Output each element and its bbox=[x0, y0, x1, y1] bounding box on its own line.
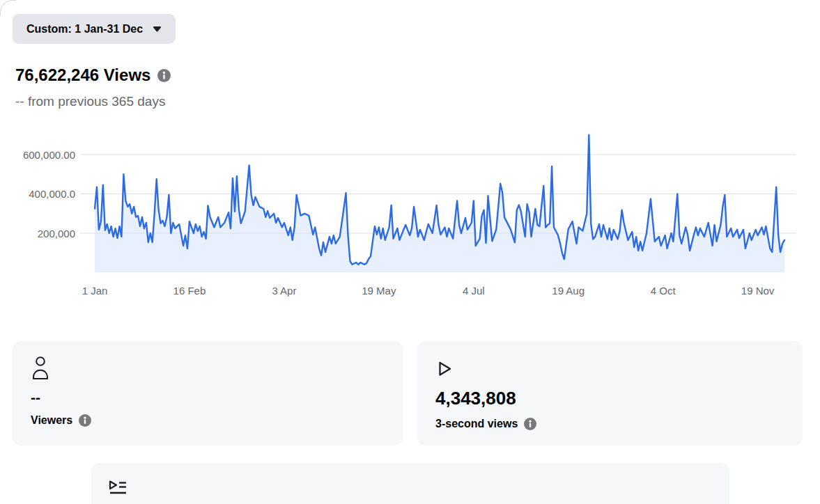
person-icon bbox=[31, 356, 385, 381]
views-info-icon[interactable] bbox=[157, 69, 171, 82]
x-axis-tick-label: 19 Nov bbox=[741, 285, 775, 297]
x-axis-tick-label: 3 Apr bbox=[272, 285, 296, 297]
views-trend-chart[interactable]: 600,000.00400,000.0200,0001 Jan16 Feb3 A… bbox=[0, 129, 820, 305]
x-axis-tick-label: 19 May bbox=[362, 285, 396, 297]
three-second-views-value: 4,343,808 bbox=[435, 388, 784, 409]
x-axis-tick-label: 1 Jan bbox=[82, 285, 108, 297]
page-corner-border bbox=[0, 0, 16, 16]
date-range-button[interactable]: Custom: 1 Jan-31 Dec bbox=[13, 14, 176, 44]
x-axis-tick-label: 19 Aug bbox=[552, 285, 585, 297]
bottom-section-card bbox=[91, 463, 729, 504]
viewers-value: -- bbox=[31, 389, 385, 405]
date-range-label: Custom: 1 Jan-31 Dec bbox=[26, 23, 143, 36]
viewers-card: -- Viewers bbox=[13, 341, 403, 446]
chart-area-fill bbox=[95, 135, 784, 273]
views-header: 76,622,246 Views bbox=[15, 65, 171, 85]
views-comparison: -- from previous 365 days bbox=[15, 94, 165, 109]
caret-down-icon bbox=[153, 26, 162, 32]
x-axis-tick-label: 16 Feb bbox=[173, 285, 206, 297]
views-total: 76,622,246 Views bbox=[15, 65, 150, 85]
three-second-views-card: 4,343,808 3-second views bbox=[417, 341, 803, 446]
metric-cards: -- Viewers 4,343,808 3-s bbox=[13, 341, 803, 446]
viewers-info-icon[interactable] bbox=[79, 414, 91, 427]
x-axis-tick-label: 4 Oct bbox=[651, 285, 676, 297]
y-axis-tick-label: 400,000.0 bbox=[29, 188, 75, 200]
three-second-views-label: 3-second views bbox=[435, 418, 518, 430]
three-second-views-info-icon[interactable] bbox=[524, 418, 536, 430]
viewers-label: Viewers bbox=[31, 414, 72, 427]
play-icon bbox=[435, 356, 784, 384]
playlist-play-icon bbox=[108, 479, 127, 498]
y-axis-tick-label: 600,000.00 bbox=[23, 149, 75, 161]
y-axis-tick-label: 200,000 bbox=[38, 228, 75, 239]
insights-page: Custom: 1 Jan-31 Dec 76,622,246 Views --… bbox=[0, 0, 820, 504]
x-axis-tick-label: 4 Jul bbox=[463, 285, 485, 297]
